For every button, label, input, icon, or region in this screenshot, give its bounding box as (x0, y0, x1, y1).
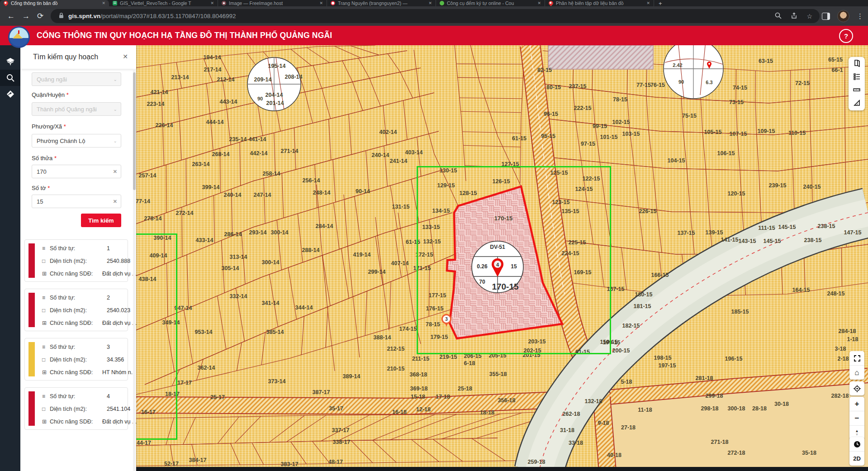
province-select[interactable]: Quảng ngãi⌄ (32, 72, 121, 86)
search-icon[interactable] (0, 70, 20, 86)
row-label: Diện tích (m2): (50, 258, 87, 264)
site-header: CỔNG THÔNG TIN QUY HOẠCH HẠ TẦNG ĐÔ THỊ … (0, 26, 868, 45)
panel-title: Tìm kiếm quy hoạch (33, 53, 98, 61)
time-button[interactable] (849, 437, 864, 452)
tab-title: Phân hệ biên tập dữ liệu bản đồ (556, 0, 644, 6)
survey-circle-left (247, 57, 301, 111)
time-mode-controls: 2D (849, 437, 864, 466)
address-bar[interactable]: gis.spnt.vn/portal/map/2037#18.63/15.117… (51, 9, 820, 23)
sheet-favicon (113, 1, 117, 5)
clear-icon[interactable]: ✕ (113, 199, 117, 205)
area-value: 2541.104 (107, 406, 130, 412)
browser-tab-6[interactable]: Phân hệ biên tập dữ liệu bản đồ✕ (545, 0, 654, 6)
side-panel-icon[interactable] (822, 13, 830, 20)
zoom-page-icon[interactable] (775, 12, 782, 20)
list-icon: ≡ (42, 295, 50, 301)
bookmark-star-icon[interactable]: ☆ (806, 13, 812, 20)
func-value: HT Nhóm n... (102, 369, 136, 376)
status-color-bar (28, 293, 35, 327)
hatched-block (548, 45, 653, 69)
browser-tab-4[interactable]: Trang Nguyên (trangnguyen2) —✕ (327, 0, 436, 6)
grid-icon: ⊞ (42, 320, 50, 326)
tab-close-icon[interactable]: ✕ (210, 1, 214, 5)
area-measure-icon[interactable] (853, 99, 861, 109)
tab-close-icon[interactable]: ✕ (428, 1, 432, 5)
legend-icon[interactable] (853, 72, 861, 82)
ruler-icon[interactable] (853, 86, 861, 95)
polygon-icon: □ (42, 406, 50, 412)
home-button[interactable]: ⌂ (849, 366, 864, 380)
panel-scrollbar[interactable] (133, 69, 136, 471)
browser-tab-2[interactable]: GIS_Viettel_RevoTech - Google T✕ (109, 0, 218, 6)
search-panel: Tìm kiếm quy hoạch ✕ Quảng ngãi⌄ Quận/Hu… (20, 45, 136, 471)
share-icon[interactable] (0, 86, 20, 102)
area-value: 2540.888 (107, 258, 130, 264)
fullscreen-button[interactable] (849, 351, 864, 366)
search-button[interactable]: Tìm kiếm (81, 214, 121, 227)
result-card-3[interactable]: ≡Số thứ tự:3□Diện tích (m2):34.356⊞Chức … (24, 338, 128, 381)
map-pin-favicon (3, 0, 9, 6)
tab-title: GIS_Viettel_RevoTech - Google T (120, 0, 208, 6)
close-icon[interactable]: ✕ (123, 53, 128, 60)
tab-title: Trang Nguyên (trangnguyen2) — (338, 0, 426, 6)
tab-close-icon[interactable]: ✕ (537, 1, 541, 5)
reload-button[interactable]: ⟳ (37, 11, 43, 21)
tab-title: Image — FreeImage.host (229, 0, 317, 6)
browser-tab-5[interactable]: Công cụ đếm ký tự online - Cou✕ (436, 0, 545, 6)
site-title: CỔNG THÔNG TIN QUY HOẠCH HẠ TẦNG ĐÔ THỊ … (37, 31, 332, 40)
ward-select[interactable]: Phường Chánh Lộ⌄ (32, 134, 121, 147)
tab-close-icon[interactable]: ✕ (102, 1, 105, 5)
district-select[interactable]: Thành phố Quảng ngãi⌄ (32, 102, 121, 116)
status-color-bar (28, 342, 35, 376)
layers-icon[interactable] (0, 53, 20, 70)
locate-group (849, 381, 864, 395)
func-value: Đất dịch vụ ... (102, 320, 137, 326)
polygon-icon: □ (42, 357, 50, 363)
map-toolbar (849, 57, 865, 110)
result-card-1[interactable]: ≡Số thứ tự:1□Diện tích (m2):2540.888⊞Chứ… (24, 239, 128, 282)
result-card-2[interactable]: ≡Số thứ tự:2□Diện tích (m2):2540.023⊞Chứ… (24, 289, 128, 331)
func-value: Đất dịch vụ ... (102, 271, 137, 277)
share-page-icon[interactable] (791, 12, 797, 20)
area-value: 34.356 (107, 357, 124, 363)
parcel-no-input[interactable]: 170✕ (32, 165, 121, 178)
chevron-down-icon: ⌄ (114, 77, 117, 82)
sheet-no-input[interactable]: 15✕ (32, 195, 121, 208)
survey-circle-right (664, 39, 723, 99)
profile-avatar[interactable] (837, 10, 849, 22)
new-tab-button[interactable]: + (654, 0, 667, 6)
row-label: Chức năng SDĐ: (50, 320, 93, 326)
grid-icon: ⊞ (42, 271, 50, 277)
stt-value: 1 (107, 245, 110, 252)
row-label: Chức năng SDĐ: (50, 369, 93, 376)
browser-tab-3[interactable]: Image — FreeImage.host✕ (218, 0, 327, 6)
row-label: Số thứ tự: (50, 344, 75, 350)
zoom-controls: + − ▲▼ (849, 397, 864, 440)
basemap-icon[interactable] (853, 59, 861, 69)
tn-favicon (331, 1, 335, 5)
map-bottom-bar (136, 467, 868, 471)
sidebar-rail (0, 45, 20, 471)
zoom-in-button[interactable]: + (849, 397, 864, 411)
row-label: Chức năng SDĐ: (50, 271, 93, 277)
back-button[interactable]: ← (7, 12, 15, 21)
forward-button[interactable]: → (22, 12, 30, 21)
zoom-out-button[interactable]: − (849, 411, 864, 426)
row-label: Diện tích (m2): (50, 307, 87, 314)
help-icon[interactable]: ? (839, 29, 853, 43)
browser-menu-icon[interactable]: ⋮ (857, 12, 863, 20)
tab-close-icon[interactable]: ✕ (319, 1, 323, 5)
chevron-down-icon: ⌄ (114, 107, 117, 112)
tab-close-icon[interactable]: ✕ (646, 1, 650, 5)
ward-label: Phường/Xã * (32, 123, 66, 130)
row-label: Chức năng SDĐ: (50, 419, 93, 425)
result-card-4[interactable]: ≡Số thứ tự:4□Diện tích (m2):2541.104⊞Chứ… (24, 387, 128, 430)
clear-icon[interactable]: ✕ (113, 169, 117, 175)
browser-window: { "browser": { "tabs": [ {"title":"Cổng … (0, 0, 868, 471)
mode-2d-button[interactable]: 2D (849, 452, 864, 466)
browser-tab-1[interactable]: Cổng thông tin bản đồ✕ (0, 0, 109, 6)
row-label: Số thứ tự: (50, 245, 75, 252)
polygon-icon: □ (42, 258, 50, 264)
locate-button[interactable] (849, 381, 864, 395)
stt-value: 3 (107, 344, 110, 350)
